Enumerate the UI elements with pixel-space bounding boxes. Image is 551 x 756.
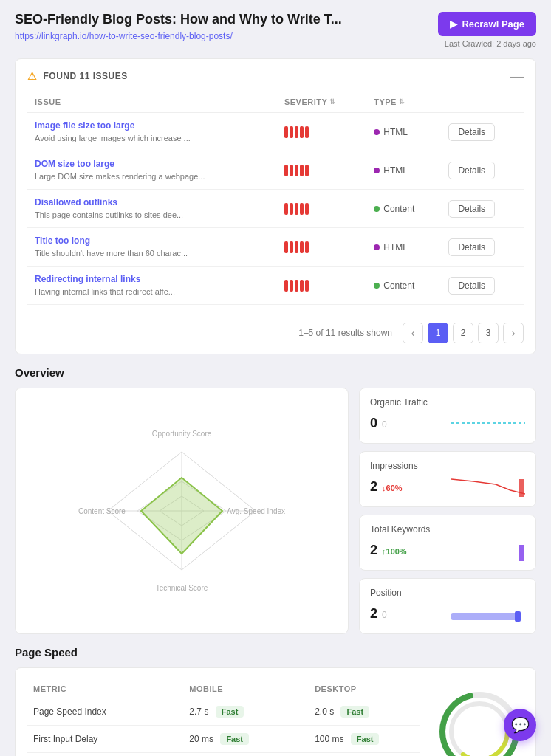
mobile-badge: Fast xyxy=(216,706,244,718)
desktop-cell: 100 ms Fast xyxy=(309,726,420,753)
organic-traffic-sub: 0 xyxy=(382,419,387,430)
position-sub: 0 xyxy=(382,610,387,620)
type-label: HTML xyxy=(383,165,408,176)
metrics-column: Organic Traffic 0 0 Impressions xyxy=(359,388,536,634)
type-dot xyxy=(374,206,380,212)
mobile-col-header: MOBILE xyxy=(183,680,309,698)
severity-cell xyxy=(277,151,366,190)
play-icon: ▶ xyxy=(450,18,457,30)
overview-section: Overview Opportunity Score Avg. Speed In… xyxy=(15,366,536,634)
desktop-col-header: DESKTOP xyxy=(309,680,420,698)
type-label: HTML xyxy=(383,127,408,137)
prev-page-button[interactable]: ‹ xyxy=(403,323,423,343)
details-col-header xyxy=(441,92,524,113)
page-3-button[interactable]: 3 xyxy=(478,323,499,343)
radar-label-top: Opportunity Score xyxy=(152,430,212,438)
position-chart xyxy=(451,602,525,625)
issue-desc: Title shouldn't have more than 60 charac… xyxy=(35,249,188,258)
type-cell: Content xyxy=(366,267,441,305)
type-badge: HTML xyxy=(374,165,434,176)
issues-section: ⚠ FOUND 11 ISSUES — ISSUE SEVERITY ⇅ xyxy=(15,58,536,354)
sort-icon-2: ⇅ xyxy=(399,98,405,106)
svg-rect-11 xyxy=(519,479,524,497)
speed-metric-cell: Cumulative Layout Shift xyxy=(27,753,183,757)
overview-title: Overview xyxy=(15,366,536,379)
chat-button[interactable]: 💬 xyxy=(504,709,536,741)
severity-bars xyxy=(284,241,359,253)
severity-bars xyxy=(284,126,359,138)
collapse-button[interactable]: — xyxy=(510,69,524,83)
svg-rect-13 xyxy=(451,613,518,620)
position-label: Position xyxy=(370,588,525,598)
svg-rect-14 xyxy=(515,611,521,622)
page-speed-section: Page Speed METRIC MOBILE DESKTOP Page Sp… xyxy=(15,646,536,756)
svg-marker-9 xyxy=(141,478,222,554)
details-cell: Details xyxy=(441,113,524,151)
severity-cell xyxy=(277,228,366,267)
metric-total-keywords: Total Keywords 2 ↑100% xyxy=(359,515,536,571)
speed-table-row: Page Speed Index 2.7 s Fast 2.0 s Fast xyxy=(27,698,420,726)
issue-name-cell: Disallowed outlinks This page contains o… xyxy=(27,190,277,228)
page-url[interactable]: https://linkgraph.io/how-to-write-seo-fr… xyxy=(15,31,233,41)
page-header: SEO-Friendly Blog Posts: How and Why to … xyxy=(15,12,536,48)
details-cell: Details xyxy=(441,267,524,305)
page-2-button[interactable]: 2 xyxy=(453,323,473,343)
table-row: DOM size too large Large DOM size makes … xyxy=(27,151,524,190)
issue-name[interactable]: DOM size too large xyxy=(35,159,270,169)
details-button[interactable]: Details xyxy=(448,200,495,218)
impressions-change: ↓60% xyxy=(382,484,403,492)
details-button[interactable]: Details xyxy=(448,162,495,179)
impressions-row: 2 ↓60% xyxy=(370,475,525,498)
type-col-header: TYPE ⇅ xyxy=(366,92,441,113)
page-speed-title: Page Speed xyxy=(15,646,536,659)
desktop-cell: 0.003 Good xyxy=(309,753,420,757)
recrawl-area: ▶ Recrawl Page Last Crawled: 2 days ago xyxy=(438,12,536,48)
severity-bars xyxy=(284,165,359,176)
total-keywords-label: Total Keywords xyxy=(370,524,525,535)
pagination: 1–5 of 11 results shown ‹ 1 2 3 › xyxy=(27,315,524,343)
impressions-chart xyxy=(451,475,525,498)
total-keywords-change: ↑100% xyxy=(382,547,407,556)
desktop-badge: Fast xyxy=(340,706,369,718)
type-badge: HTML xyxy=(374,242,434,252)
issue-name[interactable]: Disallowed outlinks xyxy=(35,197,270,207)
issue-desc: This page contains outlinks to sites dee… xyxy=(35,210,183,219)
issue-name-cell: Title too long Title shouldn't have more… xyxy=(27,228,277,267)
severity-bars xyxy=(284,203,359,215)
organic-traffic-row: 0 0 xyxy=(370,412,525,434)
type-label: Content xyxy=(383,281,414,291)
speed-section: METRIC MOBILE DESKTOP Page Speed Index 2… xyxy=(15,667,536,756)
details-button[interactable]: Details xyxy=(448,277,495,295)
organic-traffic-label: Organic Traffic xyxy=(370,397,525,408)
total-keywords-chart xyxy=(451,539,525,561)
next-page-button[interactable]: › xyxy=(503,323,524,343)
severity-cell xyxy=(277,267,366,305)
speed-metric-cell: Page Speed Index xyxy=(27,698,183,726)
type-dot xyxy=(374,244,380,250)
mobile-cell: 2.7 s Fast xyxy=(183,698,309,726)
recrawl-button[interactable]: ▶ Recrawl Page xyxy=(438,12,536,36)
position-value: 2 xyxy=(370,606,377,622)
metric-impressions: Impressions 2 ↓60% xyxy=(359,451,536,507)
severity-cell xyxy=(277,190,366,228)
issue-col-header: ISSUE xyxy=(27,92,277,113)
radar-card: Opportunity Score Avg. Speed Index Techn… xyxy=(15,388,349,634)
details-button[interactable]: Details xyxy=(448,238,495,256)
type-cell: Content xyxy=(366,190,441,228)
svg-rect-12 xyxy=(519,545,524,561)
page-1-button[interactable]: 1 xyxy=(428,323,448,343)
issue-desc: Avoid using large images which increase … xyxy=(35,134,191,142)
issue-desc: Having internal links that redirect affe… xyxy=(35,287,175,296)
chat-icon: 💬 xyxy=(511,716,530,734)
issue-name[interactable]: Redirecting internal links xyxy=(35,274,270,284)
details-button[interactable]: Details xyxy=(448,123,495,141)
page-title: SEO-Friendly Blog Posts: How and Why to … xyxy=(15,12,342,27)
type-cell: HTML xyxy=(366,113,441,151)
issue-name[interactable]: Title too long xyxy=(35,236,270,246)
issue-desc: Large DOM size makes rendering a webpage… xyxy=(35,172,205,181)
overview-grid: Opportunity Score Avg. Speed Index Techn… xyxy=(15,388,536,634)
mobile-cell: 20 ms Fast xyxy=(183,726,309,753)
issue-name-cell: Image file size too large Avoid using la… xyxy=(27,113,277,151)
type-dot xyxy=(374,168,380,173)
issue-name[interactable]: Image file size too large xyxy=(35,120,270,131)
